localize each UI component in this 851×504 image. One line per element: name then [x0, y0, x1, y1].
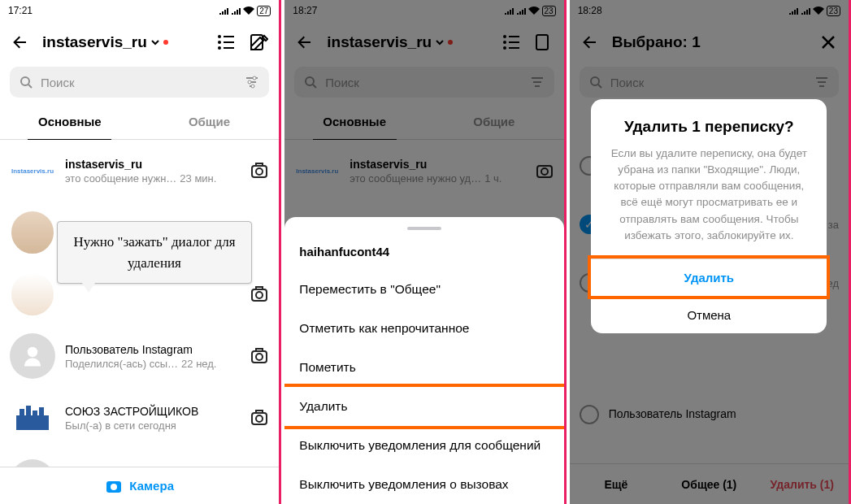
- dm-item[interactable]: Пользователь Instagram Поделился(-ась) с…: [0, 325, 279, 387]
- avatar[interactable]: [10, 210, 55, 255]
- dm-name: СОЮЗ ЗАСТРОЙЩИКОВ: [65, 405, 240, 418]
- camera-icon[interactable]: [250, 408, 269, 428]
- modal-delete-button[interactable]: Удалить: [591, 259, 827, 296]
- tab-general[interactable]: Общие: [140, 104, 280, 139]
- status-bar: 17:21 27: [0, 0, 279, 21]
- sheet-title: haihanfucont44: [284, 238, 563, 270]
- list-icon[interactable]: [215, 32, 237, 53]
- header: instaservis_ru: [0, 21, 279, 63]
- tabs: Основные Общие: [0, 104, 279, 140]
- status-icons: 27: [219, 6, 271, 16]
- sheet-handle[interactable]: [407, 227, 441, 230]
- camera-icon: [105, 477, 123, 495]
- option-move-general[interactable]: Переместить в "Общее": [284, 270, 563, 309]
- svg-rect-23: [26, 406, 31, 417]
- svg-point-8: [253, 76, 256, 80]
- compose-icon[interactable]: [248, 32, 269, 53]
- avatar[interactable]: Instaservis.ru: [10, 148, 55, 193]
- delete-confirm-modal: Удалить 1 переписку? Если вы удалите пер…: [591, 99, 827, 333]
- svg-rect-20: [256, 349, 263, 351]
- filter-icon[interactable]: [245, 75, 259, 89]
- option-mark-unread[interactable]: Отметить как непрочитанное: [284, 309, 563, 348]
- svg-rect-13: [256, 163, 263, 166]
- option-mute-calls[interactable]: Выключить уведомления о вызовах: [284, 465, 563, 504]
- dm-preview: это сообщение нужн…23 мин.: [65, 172, 240, 185]
- avatar[interactable]: [10, 395, 55, 441]
- account-selector[interactable]: instaservis_ru: [42, 33, 204, 51]
- modal-cancel-button[interactable]: Отмена: [591, 296, 827, 333]
- dm-preview: Был(-а) в сети сегодня: [65, 419, 240, 432]
- chevron-down-icon: [150, 37, 160, 47]
- svg-point-4: [218, 46, 221, 50]
- option-delete[interactable]: Удалить: [284, 387, 563, 426]
- svg-rect-21: [16, 415, 49, 430]
- svg-rect-16: [256, 287, 263, 289]
- back-icon[interactable]: [10, 32, 31, 53]
- avatar[interactable]: [10, 333, 55, 379]
- svg-rect-22: [20, 409, 24, 417]
- svg-point-30: [111, 484, 117, 490]
- notification-dot: [163, 40, 168, 45]
- option-flag[interactable]: Пометить: [284, 348, 563, 387]
- tab-primary[interactable]: Основные: [0, 104, 140, 139]
- svg-rect-28: [256, 411, 263, 413]
- option-mute-messages[interactable]: Выключить уведомления для сообщений: [284, 426, 563, 465]
- svg-point-0: [218, 35, 221, 38]
- svg-point-10: [251, 85, 254, 88]
- modal-title: Удалить 1 переписку?: [591, 99, 827, 146]
- avatar[interactable]: [10, 272, 55, 317]
- svg-point-12: [256, 168, 263, 175]
- modal-body: Если вы удалите переписку, она будет убр…: [591, 146, 827, 259]
- svg-rect-24: [33, 411, 37, 417]
- camera-button[interactable]: Камера: [0, 467, 279, 504]
- svg-point-19: [256, 354, 263, 360]
- camera-icon[interactable]: [250, 346, 269, 366]
- svg-rect-1: [224, 36, 234, 37]
- svg-point-2: [218, 41, 221, 44]
- search-icon: [20, 76, 33, 89]
- dm-name: instaservis_ru: [65, 158, 240, 171]
- dm-list: Instaservis.ru instaservis_ru это сообще…: [0, 140, 279, 504]
- svg-rect-3: [224, 41, 234, 43]
- camera-icon[interactable]: [250, 285, 269, 304]
- dm-name: Пользователь Instagram: [65, 343, 240, 356]
- phone-screen-3: 18:28 23 Выбрано: 1 Поиск за: [570, 0, 851, 504]
- camera-icon[interactable]: [250, 161, 269, 180]
- svg-rect-25: [39, 407, 44, 417]
- svg-point-27: [256, 415, 263, 422]
- search-input[interactable]: Поиск: [10, 67, 269, 98]
- phone-screen-2: 18:27 23 instaservis_ru Поиск Основные О…: [284, 0, 566, 504]
- svg-point-7: [21, 77, 29, 85]
- dm-item[interactable]: Instaservis.ru instaservis_ru это сообще…: [0, 140, 279, 202]
- svg-point-9: [248, 80, 251, 84]
- dm-item[interactable]: СОЮЗ ЗАСТРОЙЩИКОВ Был(-а) в сети сегодня: [0, 387, 279, 449]
- dm-preview: Поделился(-ась) ссы…22 нед.: [65, 358, 240, 370]
- svg-rect-5: [224, 47, 234, 49]
- action-sheet: haihanfucont44 Переместить в "Общее" Отм…: [284, 217, 563, 504]
- svg-point-15: [256, 292, 263, 298]
- svg-point-17: [28, 347, 38, 358]
- phone-screen-1: 17:21 27 instaservis_ru Поиск Основные О…: [0, 0, 281, 504]
- clock: 17:21: [8, 5, 33, 16]
- instruction-tooltip: Нужно "зажать" диалог для удаления: [57, 221, 252, 284]
